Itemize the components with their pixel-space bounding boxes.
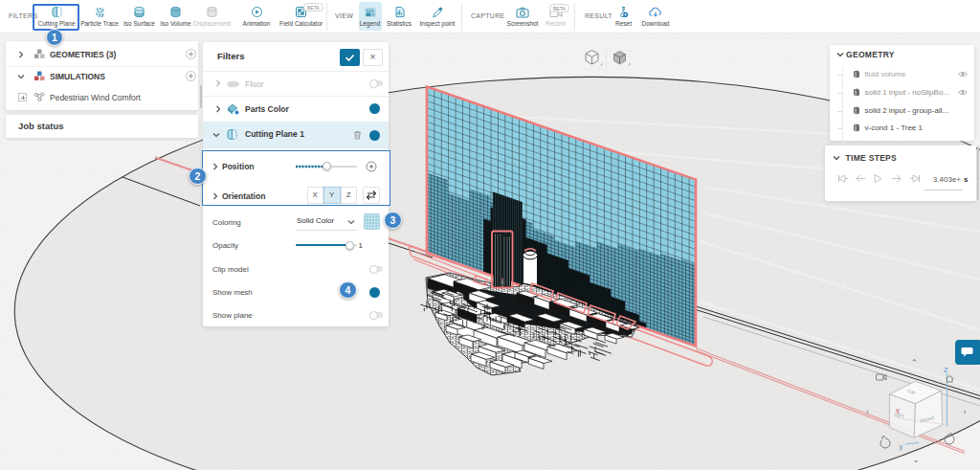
svg-text:‹: ‹ <box>866 407 869 416</box>
svg-text:y: y <box>900 442 903 451</box>
svg-text:⌃: ⌃ <box>911 358 919 368</box>
svg-text:Z: Z <box>944 366 948 374</box>
svg-text:X: X <box>896 408 901 414</box>
svg-text:⌄: ⌄ <box>913 455 921 464</box>
svg-text:›: › <box>964 407 967 416</box>
